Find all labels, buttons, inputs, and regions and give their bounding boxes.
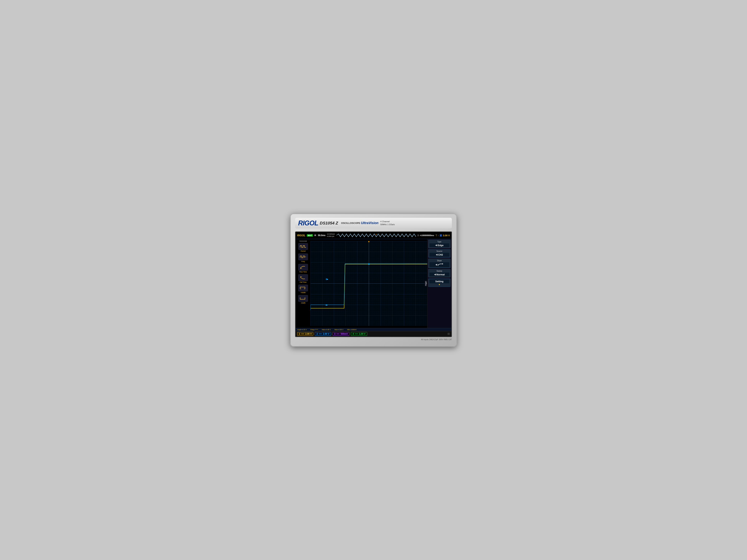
pwidth-label: +Width bbox=[301, 292, 306, 294]
ch2-marker: 2▶ bbox=[326, 278, 328, 280]
trigger-voltage: 3.00 V bbox=[443, 234, 450, 237]
svg-text:T: T bbox=[375, 234, 377, 235]
nwidth-label: -Width bbox=[301, 302, 306, 304]
ampl-stat: Ampl=4.33 V bbox=[297, 329, 307, 330]
screen-brand: RIGOL bbox=[297, 234, 305, 237]
waveform-preview: T bbox=[336, 234, 416, 237]
ch3-line bbox=[336, 334, 339, 334]
ch2-indicator[interactable]: 2 2.00 V bbox=[315, 332, 331, 336]
status-bar: RIGOL WAIT H 50.0ms 10.0MSa/s 6.00M pts … bbox=[296, 232, 451, 239]
ch4-line bbox=[355, 334, 358, 334]
status-badge: WAIT bbox=[307, 234, 313, 237]
risetime-btn[interactable] bbox=[298, 264, 308, 271]
scope-area: Horizontal Period Freq Rise Time Fall Ti… bbox=[296, 239, 451, 328]
source-arrow: ◀ bbox=[436, 254, 437, 256]
sweep-title: Sweep bbox=[430, 270, 449, 272]
slope-title: Slope bbox=[430, 260, 449, 262]
trigger-info: D -4.00000000ms bbox=[417, 234, 434, 237]
grid-area: ▼ 2▶ bbox=[310, 239, 427, 328]
horizontal-label: Horizontal bbox=[300, 240, 307, 242]
bandwidth-samplerate: 50MHz 1 GSa/s bbox=[380, 223, 395, 226]
type-value[interactable]: ◀ Edge bbox=[430, 243, 449, 247]
max2-stat: Max=4.56 V bbox=[334, 329, 343, 330]
ch1-indicator[interactable]: 1 2.00 V bbox=[297, 332, 313, 336]
sweep-value[interactable]: ◀ Normal bbox=[430, 273, 449, 276]
oscilloscope-body: RIGOL DS1054 Z OSCILLOSCOPE UltraVision … bbox=[290, 214, 457, 347]
min-stat: Min=-640mV bbox=[347, 329, 357, 330]
measurements-bar: Ampl=4.33 V Freq=***** Max=4.48 V Max=4.… bbox=[296, 328, 451, 331]
brand-panel: RIGOL DS1054 Z OSCILLOSCOPE UltraVision … bbox=[295, 218, 452, 229]
falltime-label: Fall Time bbox=[300, 281, 307, 283]
nwidth-btn[interactable] bbox=[298, 295, 308, 302]
brand-logo: RIGOL bbox=[298, 219, 318, 227]
oscilloscope-screen: RIGOL WAIT H 50.0ms 10.0MSa/s 6.00M pts … bbox=[295, 232, 452, 337]
max1-stat: Max=4.48 V bbox=[322, 329, 331, 330]
trigger-vert-label: Trigger bbox=[425, 281, 427, 286]
type-title: Type bbox=[430, 241, 449, 243]
slope-value[interactable]: ◀ bbox=[430, 262, 449, 267]
freq-label: Freq bbox=[302, 261, 305, 262]
type-arrow: ◀ bbox=[435, 244, 437, 246]
slope-arrow: ◀ bbox=[435, 263, 437, 266]
ch3-indicator[interactable]: 3 500mV bbox=[333, 332, 350, 336]
oscilloscope-grid-svg: 2▶ bbox=[310, 239, 427, 328]
freq-stat: Freq=***** bbox=[310, 329, 318, 330]
setting-arrow-down: ▼ bbox=[430, 283, 449, 286]
setting-btn[interactable]: Setting bbox=[430, 279, 449, 283]
pwidth-btn[interactable] bbox=[298, 285, 308, 291]
sweep-section: Sweep ◀ Normal bbox=[428, 269, 450, 277]
left-controls: Horizontal Period Freq Rise Time Fall Ti… bbox=[296, 239, 310, 328]
ultravision-logo: UltraVision bbox=[361, 221, 378, 225]
ch4-indicator[interactable]: 4 1.00 V bbox=[351, 332, 367, 336]
period-label: Period bbox=[301, 250, 306, 252]
type-section: Type ◀ Edge bbox=[428, 240, 450, 248]
source-section: Source ◀ CH2 bbox=[428, 249, 450, 258]
freq-btn[interactable] bbox=[298, 254, 308, 260]
sweep-arrow: ◀ bbox=[434, 273, 436, 276]
timebase-display: H 50.0ms bbox=[314, 234, 325, 237]
sample-rate: 10.0MSa/s 6.00M pts bbox=[327, 233, 335, 237]
setting-section[interactable]: Setting ▼ bbox=[428, 278, 450, 287]
trigger-voltage-info: T ↑ 2 3.00 V bbox=[436, 234, 450, 237]
trigger-channel: 2 bbox=[440, 234, 442, 237]
model-text: DS1054 Z bbox=[320, 221, 338, 225]
footer-note: All Inputs 1MΩ//13pF 300V RMS CAT bbox=[295, 339, 452, 341]
trigger-top-marker: ▼ bbox=[367, 240, 370, 243]
ch1-line bbox=[301, 334, 304, 334]
trigger-icon: T ↑ bbox=[436, 234, 439, 237]
osc-label: OSCILLOSCOPE bbox=[341, 222, 360, 224]
slope-section: Slope ◀ bbox=[428, 259, 450, 268]
source-value[interactable]: ◀ CH2 bbox=[430, 253, 449, 257]
source-title: Source bbox=[430, 250, 449, 252]
period-btn[interactable] bbox=[298, 243, 308, 250]
svg-rect-13 bbox=[368, 263, 369, 265]
svg-text:2▶: 2▶ bbox=[325, 304, 328, 306]
math-icon: ⊞ bbox=[447, 332, 450, 336]
falltime-btn[interactable] bbox=[298, 274, 308, 281]
risetime-label: Rise Time bbox=[300, 271, 307, 273]
ultravision-text: UltraVision bbox=[361, 221, 378, 225]
trigger-panel: Trigger Type ◀ Edge Source ◀ CH2 bbox=[427, 239, 451, 328]
specs-text: 4 Channel 50MHz 1 GSa/s bbox=[380, 220, 395, 226]
channel-bar: 1 2.00 V 2 2.00 V 3 500mV 4 1.00 V ⊞ bbox=[296, 331, 451, 337]
channel-count: 4 Channel bbox=[380, 220, 395, 223]
ch2-line bbox=[319, 334, 322, 334]
